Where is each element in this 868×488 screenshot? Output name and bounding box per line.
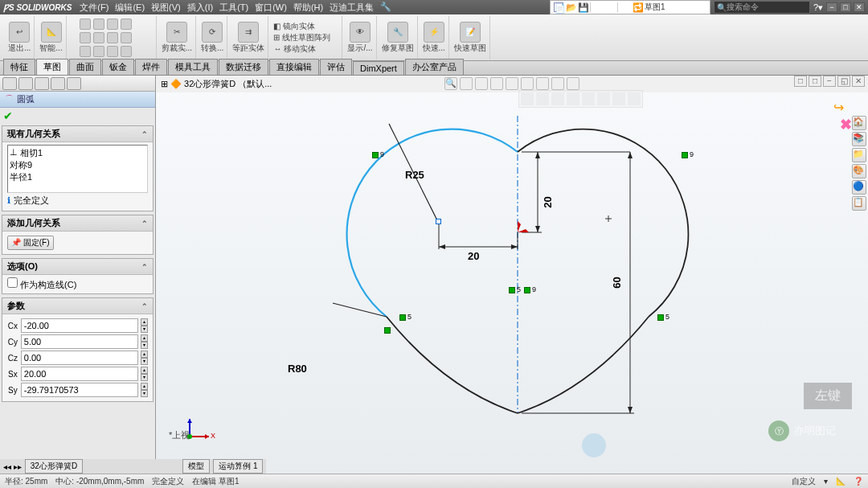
help-icon[interactable]: ?▾ bbox=[813, 2, 823, 13]
menu-view[interactable]: 视图(V) bbox=[151, 2, 181, 14]
arc-center-handle[interactable] bbox=[436, 219, 441, 224]
tab-data[interactable]: 数据迁移 bbox=[219, 59, 268, 75]
param-sy[interactable] bbox=[21, 383, 138, 397]
quick1-group[interactable]: ⚡快速... bbox=[420, 16, 449, 59]
tab-dimxpert[interactable]: DimXpert bbox=[353, 61, 404, 75]
view-orient-icon[interactable] bbox=[506, 77, 518, 90]
tab-surface[interactable]: 曲面 bbox=[69, 59, 101, 75]
param-cy[interactable] bbox=[21, 334, 138, 349]
min-button[interactable]: − bbox=[826, 2, 837, 12]
menu-insert[interactable]: 插入(I) bbox=[187, 2, 213, 14]
trim-group[interactable]: ✂剪裁实... bbox=[158, 16, 196, 59]
handle5-1[interactable] bbox=[509, 287, 515, 293]
tab-mold[interactable]: 模具工具 bbox=[168, 59, 218, 75]
dim-60[interactable]: 60 bbox=[611, 277, 623, 288]
cursor-ripple bbox=[582, 433, 606, 457]
open-icon[interactable]: 📂 bbox=[566, 2, 575, 12]
undo-icon[interactable]: ↶ bbox=[605, 2, 615, 12]
menu-tools[interactable]: 工具(T) bbox=[219, 2, 248, 14]
tab-display[interactable] bbox=[67, 77, 81, 90]
ribbon: ↩退出... 📐智能... ✂剪裁实... ⟳转换... ⇉等距实体 ◧ 镜向实… bbox=[0, 14, 868, 61]
handle5-2[interactable] bbox=[399, 314, 406, 321]
fixed-button[interactable]: 📌 固定(F) bbox=[7, 236, 54, 250]
status-bar: 半径: 25mm 中心: -20mm,0mm,-5mm 完全定义 在编辑 草图1… bbox=[0, 474, 868, 488]
display-group[interactable]: 👁显示/... bbox=[344, 16, 376, 59]
bottab-motion[interactable]: 运动算例 1 bbox=[213, 459, 263, 474]
new-icon[interactable]: 📄 bbox=[554, 2, 563, 12]
options-icon[interactable]: ⚙ bbox=[620, 2, 630, 12]
construction-checkbox[interactable]: 作为构造线(C) bbox=[7, 280, 76, 289]
dim-20h[interactable]: 20 bbox=[468, 250, 479, 262]
tab-property[interactable] bbox=[18, 77, 33, 90]
param-cz[interactable] bbox=[21, 351, 138, 365]
handle-extra[interactable] bbox=[384, 327, 391, 334]
tab-dimx[interactable] bbox=[51, 77, 65, 90]
section-icon[interactable] bbox=[490, 77, 503, 90]
tab-sheetmetal[interactable]: 钣金 bbox=[102, 59, 134, 75]
status-edit: 在编辑 草图1 bbox=[192, 476, 239, 487]
handle9-1[interactable] bbox=[372, 152, 379, 158]
tab-office[interactable]: 办公室产品 bbox=[405, 59, 464, 75]
offset-group[interactable]: ⇉等距实体 bbox=[229, 16, 268, 59]
svg-marker-24 bbox=[187, 419, 192, 423]
mirror-group[interactable]: ◧ 镜向实体 ⊞ 线性草图阵列 ↔ 移动实体 bbox=[270, 16, 342, 59]
save-icon[interactable]: 💾 bbox=[578, 2, 588, 12]
rebuild-icon[interactable]: 🔁 bbox=[633, 2, 642, 12]
dim-r80[interactable]: R80 bbox=[288, 363, 307, 375]
bottab-doc[interactable]: 32心形弹簧D bbox=[25, 459, 83, 474]
tab-feature-tree[interactable] bbox=[2, 77, 17, 90]
params-section: 参数⌃ Cx▴▾ Cy▴▾ Cz▴▾ Sx▴▾ Sy▴▾ bbox=[2, 297, 154, 402]
param-cx[interactable] bbox=[21, 318, 138, 333]
menu-bar: 文件(F) 编辑(E) 视图(V) 插入(I) 工具(T) 窗口(W) 帮助(H… bbox=[80, 2, 391, 14]
status-unit-icon[interactable]: 📐 bbox=[836, 477, 845, 486]
graphics-area[interactable]: ⊞ 🔶 32心形弹簧D （默认... 🔍 □□−◱✕ 🏠📚📁🎨🔵📋 ✖ ↪ bbox=[156, 76, 868, 474]
quick2-group[interactable]: 📝快速草图 bbox=[451, 16, 490, 59]
relations-list[interactable]: ⊥相切1 对称9 半径1 bbox=[7, 145, 148, 193]
tab-config[interactable] bbox=[35, 77, 49, 90]
bottab-model[interactable]: 模型 bbox=[182, 459, 210, 474]
handle9-3[interactable] bbox=[524, 287, 530, 293]
menu-icon[interactable]: 🔧 bbox=[380, 2, 391, 14]
convert-group[interactable]: ⟳转换... bbox=[198, 16, 227, 59]
exit-sketch-group[interactable]: ↩退出... bbox=[5, 16, 35, 59]
spin-down[interactable]: ▾ bbox=[141, 326, 148, 333]
scene-icon[interactable] bbox=[551, 77, 564, 90]
menu-file[interactable]: 文件(F) bbox=[80, 2, 108, 14]
command-tabs: 特征 草图 曲面 钣金 焊件 模具工具 数据迁移 直接编辑 评估 DimXper… bbox=[0, 61, 868, 76]
spin-up[interactable]: ▴ bbox=[141, 318, 148, 326]
setting-icon[interactable] bbox=[567, 77, 579, 90]
zoom-area-icon[interactable] bbox=[460, 77, 473, 90]
menu-help[interactable]: 帮助(H) bbox=[293, 2, 323, 14]
sy-icon: Sy bbox=[7, 383, 18, 396]
menu-maidi[interactable]: 迈迪工具集 bbox=[330, 2, 374, 14]
ok-button[interactable]: ✔ bbox=[3, 109, 13, 122]
status-q-icon[interactable]: ❓ bbox=[854, 477, 863, 486]
hide-show-icon[interactable] bbox=[536, 77, 549, 90]
status-radius: 半径: 25mm bbox=[5, 476, 47, 487]
handle9-2[interactable] bbox=[682, 152, 688, 158]
dim-r25[interactable]: R25 bbox=[405, 169, 424, 181]
tab-weldment[interactable]: 焊件 bbox=[135, 59, 167, 75]
title-bar: ǷS SOLIDWORKS 文件(F) 编辑(E) 视图(V) 插入(I) 工具… bbox=[0, 0, 868, 14]
search-box[interactable]: 🔍 搜索命令 bbox=[714, 1, 810, 14]
tab-eval[interactable]: 评估 bbox=[320, 59, 352, 75]
smart-dim-group[interactable]: 📐智能... bbox=[36, 16, 66, 59]
repair-group[interactable]: 🔧修复草图 bbox=[379, 16, 418, 59]
dim-20v[interactable]: 20 bbox=[542, 196, 554, 207]
tab-direct[interactable]: 直接编辑 bbox=[269, 59, 319, 75]
prev-view-icon[interactable] bbox=[475, 77, 488, 90]
close-button[interactable]: ✕ bbox=[854, 2, 865, 12]
nav-arrows[interactable]: ◂◂ ▸▸ bbox=[3, 462, 22, 471]
max-button[interactable]: □ bbox=[840, 2, 851, 12]
status-custom[interactable]: 自定义 bbox=[792, 476, 816, 487]
zoom-fit-icon[interactable]: 🔍 bbox=[444, 77, 457, 90]
handle5-3[interactable] bbox=[657, 314, 664, 321]
print-icon[interactable]: 🖨 bbox=[593, 2, 603, 12]
tab-feature[interactable]: 特征 bbox=[3, 59, 35, 75]
sketch-tools-group[interactable] bbox=[68, 16, 157, 59]
menu-window[interactable]: 窗口(W) bbox=[255, 2, 287, 14]
param-sx[interactable] bbox=[21, 367, 138, 381]
display-style-icon[interactable] bbox=[521, 77, 534, 90]
menu-edit[interactable]: 编辑(E) bbox=[115, 2, 145, 14]
tab-sketch[interactable]: 草图 bbox=[36, 59, 68, 75]
